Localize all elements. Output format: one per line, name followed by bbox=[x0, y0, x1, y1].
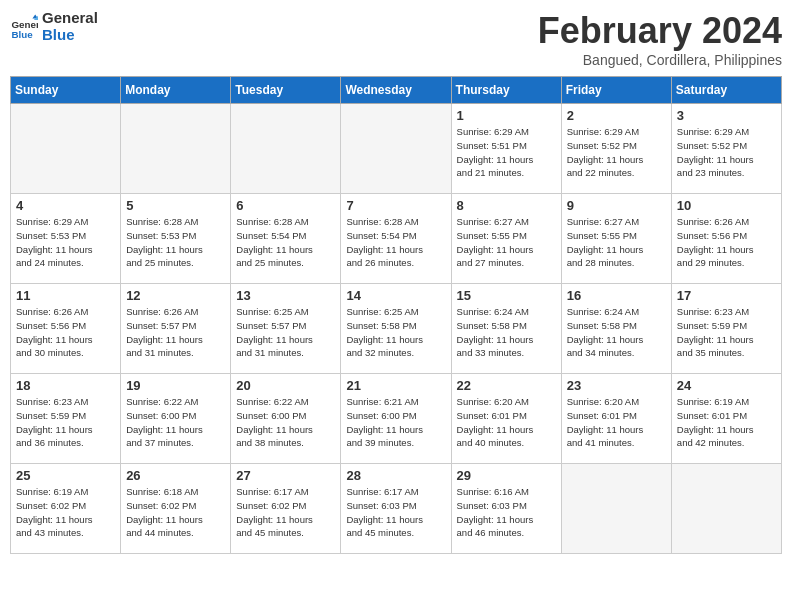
day-info: Sunrise: 6:24 AM Sunset: 5:58 PM Dayligh… bbox=[457, 305, 556, 360]
weekday-header-row: SundayMondayTuesdayWednesdayThursdayFrid… bbox=[11, 77, 782, 104]
day-info: Sunrise: 6:29 AM Sunset: 5:51 PM Dayligh… bbox=[457, 125, 556, 180]
day-number: 22 bbox=[457, 378, 556, 393]
day-info: Sunrise: 6:29 AM Sunset: 5:52 PM Dayligh… bbox=[567, 125, 666, 180]
table-cell: 6Sunrise: 6:28 AM Sunset: 5:54 PM Daylig… bbox=[231, 194, 341, 284]
day-number: 6 bbox=[236, 198, 335, 213]
day-info: Sunrise: 6:26 AM Sunset: 5:56 PM Dayligh… bbox=[16, 305, 115, 360]
svg-text:Blue: Blue bbox=[11, 29, 33, 40]
table-cell bbox=[341, 104, 451, 194]
weekday-header-friday: Friday bbox=[561, 77, 671, 104]
table-cell bbox=[671, 464, 781, 554]
weekday-header-tuesday: Tuesday bbox=[231, 77, 341, 104]
table-cell: 8Sunrise: 6:27 AM Sunset: 5:55 PM Daylig… bbox=[451, 194, 561, 284]
table-cell: 28Sunrise: 6:17 AM Sunset: 6:03 PM Dayli… bbox=[341, 464, 451, 554]
day-info: Sunrise: 6:27 AM Sunset: 5:55 PM Dayligh… bbox=[457, 215, 556, 270]
logo: General Blue General Blue bbox=[10, 10, 98, 43]
calendar-subtitle: Bangued, Cordillera, Philippines bbox=[538, 52, 782, 68]
weekday-header-sunday: Sunday bbox=[11, 77, 121, 104]
day-number: 17 bbox=[677, 288, 776, 303]
table-cell: 12Sunrise: 6:26 AM Sunset: 5:57 PM Dayli… bbox=[121, 284, 231, 374]
table-cell: 11Sunrise: 6:26 AM Sunset: 5:56 PM Dayli… bbox=[11, 284, 121, 374]
weekday-header-monday: Monday bbox=[121, 77, 231, 104]
day-number: 20 bbox=[236, 378, 335, 393]
table-cell: 24Sunrise: 6:19 AM Sunset: 6:01 PM Dayli… bbox=[671, 374, 781, 464]
day-info: Sunrise: 6:17 AM Sunset: 6:02 PM Dayligh… bbox=[236, 485, 335, 540]
table-cell: 7Sunrise: 6:28 AM Sunset: 5:54 PM Daylig… bbox=[341, 194, 451, 284]
table-cell: 9Sunrise: 6:27 AM Sunset: 5:55 PM Daylig… bbox=[561, 194, 671, 284]
day-info: Sunrise: 6:16 AM Sunset: 6:03 PM Dayligh… bbox=[457, 485, 556, 540]
title-section: February 2024 Bangued, Cordillera, Phili… bbox=[538, 10, 782, 68]
day-number: 10 bbox=[677, 198, 776, 213]
day-info: Sunrise: 6:29 AM Sunset: 5:53 PM Dayligh… bbox=[16, 215, 115, 270]
day-number: 2 bbox=[567, 108, 666, 123]
week-row-4: 18Sunrise: 6:23 AM Sunset: 5:59 PM Dayli… bbox=[11, 374, 782, 464]
week-row-5: 25Sunrise: 6:19 AM Sunset: 6:02 PM Dayli… bbox=[11, 464, 782, 554]
day-info: Sunrise: 6:26 AM Sunset: 5:57 PM Dayligh… bbox=[126, 305, 225, 360]
weekday-header-wednesday: Wednesday bbox=[341, 77, 451, 104]
day-info: Sunrise: 6:23 AM Sunset: 5:59 PM Dayligh… bbox=[677, 305, 776, 360]
day-info: Sunrise: 6:22 AM Sunset: 6:00 PM Dayligh… bbox=[236, 395, 335, 450]
table-cell: 4Sunrise: 6:29 AM Sunset: 5:53 PM Daylig… bbox=[11, 194, 121, 284]
day-number: 18 bbox=[16, 378, 115, 393]
calendar-table: SundayMondayTuesdayWednesdayThursdayFrid… bbox=[10, 76, 782, 554]
table-cell: 3Sunrise: 6:29 AM Sunset: 5:52 PM Daylig… bbox=[671, 104, 781, 194]
day-number: 26 bbox=[126, 468, 225, 483]
table-cell: 1Sunrise: 6:29 AM Sunset: 5:51 PM Daylig… bbox=[451, 104, 561, 194]
table-cell: 26Sunrise: 6:18 AM Sunset: 6:02 PM Dayli… bbox=[121, 464, 231, 554]
table-cell: 22Sunrise: 6:20 AM Sunset: 6:01 PM Dayli… bbox=[451, 374, 561, 464]
table-cell bbox=[121, 104, 231, 194]
day-number: 25 bbox=[16, 468, 115, 483]
weekday-header-thursday: Thursday bbox=[451, 77, 561, 104]
table-cell: 20Sunrise: 6:22 AM Sunset: 6:00 PM Dayli… bbox=[231, 374, 341, 464]
day-number: 13 bbox=[236, 288, 335, 303]
day-number: 14 bbox=[346, 288, 445, 303]
day-number: 4 bbox=[16, 198, 115, 213]
week-row-1: 1Sunrise: 6:29 AM Sunset: 5:51 PM Daylig… bbox=[11, 104, 782, 194]
table-cell: 5Sunrise: 6:28 AM Sunset: 5:53 PM Daylig… bbox=[121, 194, 231, 284]
day-info: Sunrise: 6:25 AM Sunset: 5:58 PM Dayligh… bbox=[346, 305, 445, 360]
day-info: Sunrise: 6:25 AM Sunset: 5:57 PM Dayligh… bbox=[236, 305, 335, 360]
table-cell: 10Sunrise: 6:26 AM Sunset: 5:56 PM Dayli… bbox=[671, 194, 781, 284]
day-info: Sunrise: 6:29 AM Sunset: 5:52 PM Dayligh… bbox=[677, 125, 776, 180]
table-cell: 25Sunrise: 6:19 AM Sunset: 6:02 PM Dayli… bbox=[11, 464, 121, 554]
table-cell: 23Sunrise: 6:20 AM Sunset: 6:01 PM Dayli… bbox=[561, 374, 671, 464]
day-info: Sunrise: 6:27 AM Sunset: 5:55 PM Dayligh… bbox=[567, 215, 666, 270]
table-cell: 27Sunrise: 6:17 AM Sunset: 6:02 PM Dayli… bbox=[231, 464, 341, 554]
table-cell: 14Sunrise: 6:25 AM Sunset: 5:58 PM Dayli… bbox=[341, 284, 451, 374]
table-cell: 29Sunrise: 6:16 AM Sunset: 6:03 PM Dayli… bbox=[451, 464, 561, 554]
day-info: Sunrise: 6:24 AM Sunset: 5:58 PM Dayligh… bbox=[567, 305, 666, 360]
logo-icon: General Blue bbox=[10, 13, 38, 41]
calendar-title: February 2024 bbox=[538, 10, 782, 52]
day-number: 3 bbox=[677, 108, 776, 123]
day-info: Sunrise: 6:22 AM Sunset: 6:00 PM Dayligh… bbox=[126, 395, 225, 450]
day-info: Sunrise: 6:28 AM Sunset: 5:54 PM Dayligh… bbox=[236, 215, 335, 270]
day-number: 7 bbox=[346, 198, 445, 213]
header: General Blue General Blue February 2024 … bbox=[10, 10, 782, 68]
day-number: 19 bbox=[126, 378, 225, 393]
day-info: Sunrise: 6:23 AM Sunset: 5:59 PM Dayligh… bbox=[16, 395, 115, 450]
day-number: 12 bbox=[126, 288, 225, 303]
table-cell: 13Sunrise: 6:25 AM Sunset: 5:57 PM Dayli… bbox=[231, 284, 341, 374]
day-number: 21 bbox=[346, 378, 445, 393]
day-info: Sunrise: 6:17 AM Sunset: 6:03 PM Dayligh… bbox=[346, 485, 445, 540]
table-cell: 17Sunrise: 6:23 AM Sunset: 5:59 PM Dayli… bbox=[671, 284, 781, 374]
day-number: 23 bbox=[567, 378, 666, 393]
day-number: 15 bbox=[457, 288, 556, 303]
day-info: Sunrise: 6:18 AM Sunset: 6:02 PM Dayligh… bbox=[126, 485, 225, 540]
day-info: Sunrise: 6:19 AM Sunset: 6:01 PM Dayligh… bbox=[677, 395, 776, 450]
table-cell: 19Sunrise: 6:22 AM Sunset: 6:00 PM Dayli… bbox=[121, 374, 231, 464]
day-info: Sunrise: 6:20 AM Sunset: 6:01 PM Dayligh… bbox=[567, 395, 666, 450]
day-number: 5 bbox=[126, 198, 225, 213]
day-number: 27 bbox=[236, 468, 335, 483]
table-cell: 21Sunrise: 6:21 AM Sunset: 6:00 PM Dayli… bbox=[341, 374, 451, 464]
day-info: Sunrise: 6:28 AM Sunset: 5:54 PM Dayligh… bbox=[346, 215, 445, 270]
day-number: 24 bbox=[677, 378, 776, 393]
table-cell bbox=[561, 464, 671, 554]
weekday-header-saturday: Saturday bbox=[671, 77, 781, 104]
day-info: Sunrise: 6:26 AM Sunset: 5:56 PM Dayligh… bbox=[677, 215, 776, 270]
table-cell: 15Sunrise: 6:24 AM Sunset: 5:58 PM Dayli… bbox=[451, 284, 561, 374]
day-number: 11 bbox=[16, 288, 115, 303]
week-row-3: 11Sunrise: 6:26 AM Sunset: 5:56 PM Dayli… bbox=[11, 284, 782, 374]
day-info: Sunrise: 6:20 AM Sunset: 6:01 PM Dayligh… bbox=[457, 395, 556, 450]
day-number: 16 bbox=[567, 288, 666, 303]
